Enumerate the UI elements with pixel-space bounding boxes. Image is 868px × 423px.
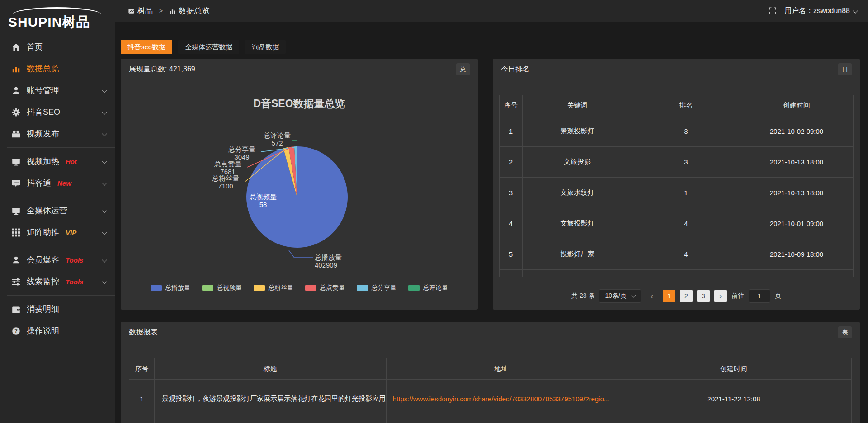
table-cell [387, 418, 616, 423]
tab-douyin-seo-data[interactable]: 抖音seo数据 [121, 40, 172, 54]
table-row: 5投影灯厂家42021-10-09 18:00 [500, 239, 854, 270]
sidebar-item-help[interactable]: ?操作说明 [0, 320, 115, 342]
column-header: 标题 [155, 358, 387, 380]
report-url-link[interactable]: https://www.iesdouyin.com/share/video/70… [393, 395, 610, 403]
logo-text: SHUPIN树品 [8, 14, 115, 30]
table-cell: 文旅投影灯 [523, 208, 632, 239]
table-cell: 文旅投影 [523, 147, 632, 178]
table-cell: 2021-11-22 12:08 [616, 380, 852, 418]
username: 用户名：zswodun88 [784, 6, 850, 16]
sidebar-item-consume-detail[interactable]: 消费明细 [0, 298, 115, 320]
table-cell: 1 [129, 380, 155, 418]
question-icon: ? [12, 327, 20, 335]
table-cell: https://www.iesdouyin.com/share/video/70… [387, 380, 616, 418]
pie-label-plays: 总播放量402909 [315, 254, 360, 269]
table-header-row: 序号关键词排名创建时间 [500, 95, 854, 116]
chevron-down-icon [102, 109, 107, 114]
table-cell: 2021-10-02 09:00 [740, 116, 854, 147]
next-page-button[interactable]: › [714, 290, 727, 302]
pagination-total: 共 23 条 [571, 292, 594, 300]
sidebar-item-label: 线索监控 [27, 276, 59, 287]
table-cell: 3 [632, 116, 740, 147]
legend-swatch [202, 285, 213, 291]
goto-label: 前往 [731, 292, 744, 300]
table-header-row: 序号标题地址创建时间 [129, 358, 852, 380]
legend-item-4[interactable]: 总分享量 [357, 284, 396, 292]
sidebar-item-video-publish[interactable]: 视频发布 [0, 123, 115, 145]
sidebar-item-account[interactable]: 账号管理 [0, 80, 115, 101]
chevron-down-icon [102, 279, 107, 284]
legend-item-5[interactable]: 总评论量 [408, 284, 448, 292]
sidebar-item-label: 视频发布 [27, 128, 59, 139]
sidebar-divider [7, 295, 115, 296]
pie-label-videos: 总视频量58 [245, 193, 281, 208]
video-icon [12, 130, 20, 138]
chevron-down-icon [102, 88, 107, 93]
chevron-down-icon [102, 159, 107, 164]
table-row: 4文旅投影灯42021-10-01 09:00 [500, 208, 854, 239]
table-cell: 3 [632, 147, 740, 178]
column-header: 序号 [129, 358, 155, 380]
tab-inquiry-data[interactable]: 询盘数据 [245, 40, 286, 54]
table-cell: 投影灯厂家 [523, 239, 632, 270]
page-button-1[interactable]: 1 [663, 290, 675, 302]
sidebar-item-video-heat[interactable]: 视频加热Hot [0, 150, 115, 172]
legend-item-0[interactable]: 总播放量 [151, 284, 190, 292]
legend-item-1[interactable]: 总视频量 [202, 284, 242, 292]
breadcrumb-separator: > [159, 7, 163, 14]
badge-tools: Tools [66, 278, 83, 286]
pagination: 共 23 条 10条/页 ‹ 123 › 前往 页 [493, 289, 860, 303]
legend-item-3[interactable]: 总点赞量 [305, 284, 345, 292]
legend-item-2[interactable]: 总粉丝量 [254, 284, 293, 292]
breadcrumb-current: 数据总览 [179, 6, 209, 16]
page-size-select[interactable]: 10条/页 [599, 289, 641, 303]
pie-chart: D音SEO数据量总览 总评论量572 总分享量3049 总点赞量7681 总粉丝… [121, 80, 478, 310]
breadcrumb-root[interactable]: 树品 [137, 6, 153, 16]
sidebar-item-home[interactable]: 首页 [0, 36, 115, 58]
fullscreen-icon[interactable] [769, 7, 776, 14]
chevron-down-icon [631, 293, 636, 298]
pie-label-shares: 总分享量3049 [224, 146, 260, 161]
sidebar-item-clue-monitor[interactable]: 线索监控Tools [0, 271, 115, 292]
table-row: 3文旅水纹灯12021-10-13 18:00 [500, 178, 854, 208]
column-header: 地址 [387, 358, 616, 380]
prev-page-button[interactable]: ‹ [646, 290, 658, 302]
sidebar-item-data-overview[interactable]: 数据总览 [0, 58, 115, 80]
total-view-button[interactable]: 总 [456, 63, 470, 75]
column-header: 关键词 [523, 95, 632, 116]
sidebar-item-omni-media[interactable]: 全媒体运营 [0, 200, 115, 221]
gear-icon [12, 108, 20, 117]
user-menu[interactable]: 用户名：zswodun88 [784, 6, 857, 16]
goto-page-input[interactable] [749, 289, 770, 303]
pie-label-fans: 总粉丝量7100 [208, 174, 244, 190]
daily-view-button[interactable]: 日 [838, 63, 852, 75]
chevron-down-icon [102, 131, 107, 136]
sliders-icon [12, 277, 20, 286]
legend-label: 总播放量 [165, 284, 190, 292]
sidebar-item-label: 会员爆客 [27, 254, 59, 265]
ranking-table: 序号关键词排名创建时间1景观投影灯32021-10-02 09:002文旅投影3… [499, 95, 854, 277]
sidebar-item-matrix-boost[interactable]: 矩阵助推VIP [0, 221, 115, 243]
tab-omni-media-data[interactable]: 全媒体运营数据 [178, 40, 239, 54]
table-cell: 1 [500, 116, 523, 147]
sidebar-item-douketong[interactable]: 抖客通New [0, 172, 115, 194]
sidebar-item-label: 抖客通 [27, 178, 51, 188]
legend-swatch [254, 285, 265, 291]
column-header: 创建时间 [740, 95, 854, 116]
page-button-3[interactable]: 3 [697, 290, 710, 302]
page-button-2[interactable]: 2 [680, 290, 693, 302]
sidebar-item-member-baoke[interactable]: 会员爆客Tools [0, 249, 115, 271]
table-cell: 4 [632, 208, 740, 239]
pie-chart-svg[interactable] [121, 80, 478, 310]
report-table: 序号标题地址创建时间1景观投影灯，夜游景观投影灯厂家展示展示落花灯在花园里的灯光… [129, 358, 852, 423]
table-view-button[interactable]: 表 [838, 326, 852, 338]
sidebar-item-label: 操作说明 [27, 325, 59, 336]
badge-new: New [57, 179, 71, 187]
sidebar-divider [7, 246, 115, 246]
chart-legend: 总播放量总视频量总粉丝量总点赞量总分享量总评论量 [151, 284, 448, 292]
table-cell: 2021-10-13 18:00 [740, 147, 854, 178]
pie-label-likes: 总点赞量7681 [210, 160, 246, 175]
sidebar-item-douyin-seo[interactable]: 抖音SEO [0, 101, 115, 123]
table-cell: 5 [500, 239, 523, 270]
breadcrumb: 树品 > 数据总览 [128, 6, 209, 16]
